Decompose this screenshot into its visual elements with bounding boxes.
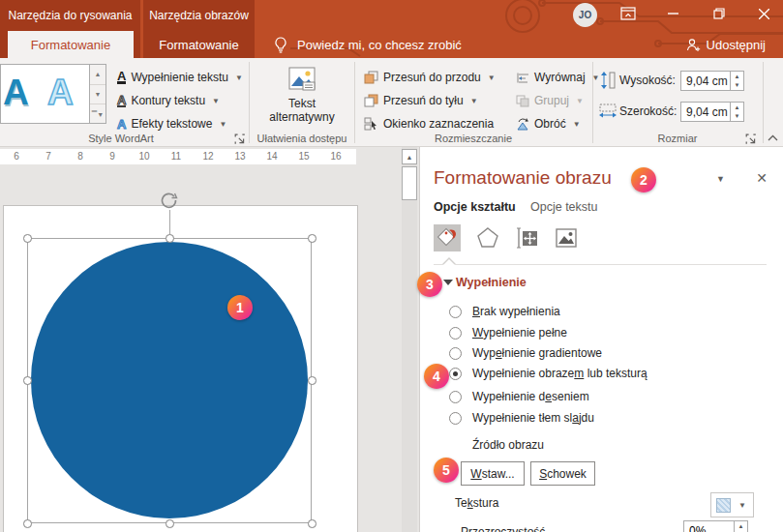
group-divider [249, 62, 250, 143]
scrollbar-thumb[interactable] [402, 166, 417, 200]
size-properties-tab[interactable] [514, 224, 541, 251]
rotation-handle-icon[interactable] [159, 192, 180, 211]
height-spinner[interactable]: ▲ ▼ [731, 71, 744, 91]
wordart-style-gallery[interactable]: A A [0, 64, 90, 124]
radio-no-fill[interactable]: Brak wypełnienia [449, 304, 560, 319]
fill-tab[interactable] [434, 224, 461, 251]
chevron-down-icon: ▼ [576, 97, 584, 105]
radio-circle[interactable] [449, 412, 462, 425]
gallery-up-icon[interactable]: ▲ [90, 65, 105, 85]
radio-circle[interactable] [449, 347, 462, 360]
chevron-down-icon: ▼ [212, 97, 220, 105]
picture-tab[interactable] [553, 224, 580, 251]
transparency-input[interactable]: 0% [683, 520, 735, 532]
gallery-more-icon[interactable]: ▔▼ [90, 104, 105, 125]
slide-scrollbar[interactable]: ▲ [402, 147, 417, 532]
width-spinner[interactable]: ▲ ▼ [731, 102, 744, 122]
width-input[interactable]: 9,04 cm [680, 102, 731, 122]
share-person-icon [686, 38, 701, 52]
scrollbar-up-icon[interactable]: ▲ [402, 149, 417, 164]
wordart-style-2-icon[interactable]: A [47, 73, 74, 113]
selection-handle-mid-right[interactable] [308, 376, 316, 385]
group-button[interactable]: Grupuj ▼ [516, 91, 584, 110]
radio-slide-background-fill[interactable]: Wypełnienie tłem slajdu [449, 410, 594, 426]
minimize-button[interactable] [656, 0, 689, 27]
text-fill-button[interactable]: A Wypełnienie tekstu ▼ [117, 68, 243, 87]
active-tab-pointer-fill [443, 259, 455, 265]
dialog-launcher-icon[interactable] [745, 133, 757, 145]
transparency-spinner[interactable]: ▲ ▼ [735, 520, 748, 532]
group-label: Grupuj [534, 94, 569, 107]
text-outline-button[interactable]: A Kontury tekstu ▼ [117, 91, 220, 110]
spin-up-icon[interactable]: ▲ [735, 521, 747, 531]
gallery-down-icon[interactable]: ▼ [90, 85, 105, 105]
ruler-number: 11 [169, 151, 183, 162]
radio-circle[interactable] [449, 306, 462, 318]
text-effects-icon: A [117, 119, 126, 130]
radio-circle[interactable] [449, 327, 462, 340]
text-effects-button[interactable]: A Efekty tekstowe ▼ [117, 114, 226, 133]
radio-pattern-fill[interactable]: Wypełnienie deseniem [449, 389, 589, 404]
clipboard-button[interactable]: Schowek [530, 461, 595, 486]
collapse-ribbon-icon[interactable] [768, 134, 778, 141]
wordart-style-1-icon[interactable]: A [3, 73, 29, 113]
tab-shape-options[interactable]: Opcje kształtu [434, 200, 516, 214]
spin-down-icon[interactable]: ▼ [731, 112, 743, 122]
wordart-gallery-scroll: ▲ ▼ ▔▼ [90, 64, 106, 124]
section-collapse-icon[interactable] [443, 280, 453, 285]
size-properties-icon [516, 226, 539, 250]
ribbon-options-icon[interactable] [612, 0, 645, 27]
effects-tab[interactable] [474, 224, 501, 251]
height-input[interactable]: 9,04 cm [680, 71, 731, 91]
spin-down-icon[interactable]: ▼ [731, 81, 743, 91]
insert-button-label: Wstaw... [470, 467, 514, 481]
callout-badge-3: 3 [417, 272, 442, 297]
spin-up-icon[interactable]: ▲ [731, 72, 743, 81]
contextual-group-picture: Narzędzia obrazów Formatowanie [143, 0, 255, 58]
insert-picture-button[interactable]: Wstaw... [461, 461, 525, 486]
selection-handle-top-mid[interactable] [166, 234, 174, 243]
spin-up-icon[interactable]: ▲ [731, 103, 743, 112]
texture-dropdown[interactable]: ▼ [710, 492, 754, 517]
group-label-arrange: Rozmieszczanie [364, 133, 583, 146]
texture-preview-icon [716, 498, 731, 513]
alt-text-button[interactable]: Tekst alternatywny [257, 64, 346, 132]
bring-forward-button[interactable]: Przesuń do przodu ▼ [364, 68, 496, 87]
selection-handle-bottom-mid[interactable] [166, 519, 174, 528]
circle-shape[interactable] [31, 242, 308, 518]
selection-handle-bottom-right[interactable] [308, 519, 316, 528]
avatar[interactable]: JO [573, 3, 597, 27]
radio-circle[interactable] [449, 368, 462, 380]
ruler-number: 9 [107, 151, 117, 162]
transparency-label: Przezroczystość [461, 525, 545, 532]
radio-gradient-fill[interactable]: Wypełnienie gradientowe [449, 345, 602, 361]
format-picture-pane: Formatowanie obrazu 2 ▼ ✕ Opcje kształtu… [419, 147, 783, 532]
radio-picture-fill[interactable]: Wypełnienie obrazem lub teksturą [449, 366, 647, 381]
close-button[interactable] [747, 0, 780, 27]
pane-close-icon[interactable]: ✕ [756, 170, 768, 186]
fill-bucket-icon [437, 227, 458, 249]
group-divider [763, 62, 764, 143]
tab-text-options[interactable]: Opcje tekstu [530, 200, 597, 214]
alt-text-label-2: alternatywny [257, 110, 346, 124]
radio-solid-fill[interactable]: Wypełnienie pełne [449, 325, 567, 340]
contextual-group-drawing: Narzędzia do rysowania Formatowanie [0, 0, 140, 58]
tab-formatowanie-picture[interactable]: Formatowanie [143, 31, 255, 58]
selection-handle-bottom-left[interactable] [23, 519, 32, 528]
pane-options-icon[interactable]: ▼ [716, 174, 725, 184]
selection-handle-top-left[interactable] [23, 234, 32, 243]
radio-circle[interactable] [449, 391, 462, 403]
tell-me-box[interactable]: Powiedz mi, co chcesz zrobić [274, 33, 462, 56]
tab-formatowanie-drawing[interactable]: Formatowanie [8, 31, 134, 58]
send-backward-button[interactable]: Przesuń do tyłu ▼ [364, 91, 478, 110]
selection-pane-button[interactable]: Okienko zaznaczenia [364, 114, 494, 133]
slide-canvas[interactable]: 1 [0, 166, 419, 532]
share-button[interactable]: Udostępnij [686, 33, 766, 56]
dialog-launcher-icon[interactable] [234, 133, 246, 145]
rotate-button[interactable]: Obróć ▼ [516, 114, 581, 133]
selection-handle-mid-left[interactable] [23, 376, 32, 385]
selection-handle-top-right[interactable] [308, 234, 316, 243]
align-button[interactable]: Wyrównaj ▼ [516, 68, 600, 87]
restore-button[interactable] [703, 0, 736, 27]
callout-badge-5: 5 [434, 458, 459, 483]
